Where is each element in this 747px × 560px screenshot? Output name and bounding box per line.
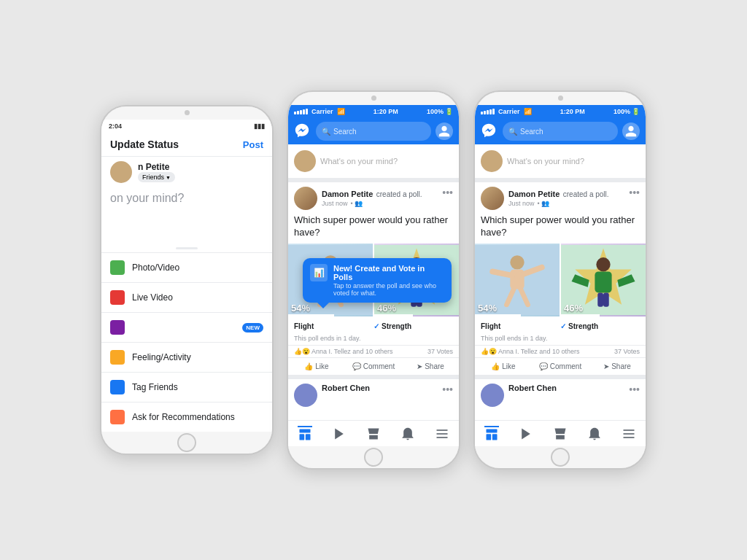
strength-label-3: Strength <box>568 322 598 330</box>
like-button-2[interactable]: 👍 Like <box>288 360 345 373</box>
author-name-2: Damon Petite <box>322 190 373 198</box>
nav-home-2[interactable] <box>298 426 312 442</box>
post-question-3: Which super power would you rather have? <box>475 214 646 244</box>
poll-bar-flight-2 <box>288 314 334 316</box>
nav-home-3[interactable] <box>484 426 499 442</box>
phone-top-bar-2 <box>288 92 459 105</box>
svg-rect-17 <box>306 434 311 440</box>
nav-video-2[interactable] <box>332 427 347 441</box>
friends-option[interactable]: Tag Friends <box>101 372 272 402</box>
poll-option[interactable]: NEW <box>101 312 272 342</box>
divider <box>176 247 198 249</box>
nav-notifications-3[interactable] <box>587 427 602 441</box>
poll-label-strength-2: ✓ Strength <box>374 322 453 330</box>
share-button-3[interactable]: ➤ Share <box>589 360 646 373</box>
nav-video-3[interactable] <box>519 427 533 441</box>
like-button-3[interactable]: 👍 Like <box>475 360 532 373</box>
search-bar-2[interactable]: 🔍 Search <box>316 122 431 141</box>
post-meta-3: Damon Petite created a poll. Just now • … <box>508 187 624 207</box>
check-icon-3: ✓ <box>560 322 566 330</box>
status-text-area[interactable]: on your mind? <box>101 187 272 244</box>
audience-selector[interactable]: Friends ▼ <box>138 172 175 182</box>
chevron-down-icon: ▼ <box>166 175 171 180</box>
live-video-option[interactable]: Live Video <box>101 282 272 312</box>
comment-label-3: Comment <box>550 362 581 370</box>
post-button[interactable]: Post <box>243 139 263 150</box>
next-post-more-2[interactable]: ••• <box>442 384 453 395</box>
poll-image-strength-3[interactable]: 46% <box>561 244 646 316</box>
photo-video-option[interactable]: Photo/Video <box>101 252 272 282</box>
post-more-2[interactable]: ••• <box>442 187 453 198</box>
reactions-text-3: Anna I. Tellez and 10 others <box>498 348 579 355</box>
poll-labels-3: Flight ✓ Strength <box>475 319 646 333</box>
messenger-icon-3[interactable] <box>481 122 498 140</box>
profile-icon-3[interactable] <box>622 122 640 140</box>
post-author-name-2: Damon Petite created a poll. <box>322 187 438 200</box>
wifi-icon-3: 📶 <box>524 108 532 115</box>
tooltip-2[interactable]: 📊 New! Create and Vote in Polls Tap to a… <box>303 258 452 303</box>
status-right-2: 100% 🔋 <box>427 108 453 115</box>
like-emoji-2: 👍😮 <box>294 348 310 355</box>
s2 <box>297 111 299 114</box>
post-more-3[interactable]: ••• <box>629 187 640 198</box>
home-button-2[interactable] <box>364 448 383 467</box>
poll-icon <box>110 320 125 335</box>
what-on-mind-3[interactable]: What's on your mind? <box>507 157 640 166</box>
s4 <box>303 109 305 114</box>
status-left-2: Carrier 📶 <box>294 108 345 115</box>
nav-marketplace-2[interactable] <box>366 427 381 441</box>
comment-button-2[interactable]: 💬 Comment <box>345 360 402 373</box>
next-post-name-3: Robert Chen <box>508 384 557 392</box>
post-header-3: Damon Petite created a poll. Just now • … <box>475 182 646 214</box>
svg-rect-19 <box>436 429 447 431</box>
time-3: 1:20 PM <box>560 108 585 115</box>
update-avatar <box>110 161 132 183</box>
camera-1 <box>185 110 190 115</box>
update-user-row: n Petite Friends ▼ <box>101 157 272 187</box>
nav-notifications-2[interactable] <box>400 427 415 441</box>
nav-marketplace-3[interactable] <box>553 427 568 441</box>
flight-label-3: Flight <box>481 322 500 330</box>
svg-rect-16 <box>300 434 305 440</box>
poll-image-flight-3[interactable]: 54% <box>475 244 560 316</box>
reactions-left-2: 👍😮 Anna I. Tellez and 10 others <box>294 348 392 355</box>
search-bar-3[interactable]: 🔍 Search <box>503 122 618 141</box>
live-video-label: Live Video <box>132 292 173 303</box>
next-post-avatar-3 <box>481 384 504 407</box>
fb-nav-3: 🔍 Search <box>475 118 646 144</box>
comment-label-2: Comment <box>363 362 395 370</box>
screen-3: Carrier 📶 1:20 PM 100% 🔋 🔍 Search <box>475 105 646 446</box>
share-button-2[interactable]: ➤ Share <box>402 360 459 373</box>
phone-bottom-bar-2 <box>288 446 459 468</box>
recommendations-label: Ask for Recommendations <box>132 412 235 422</box>
svg-rect-43 <box>623 437 634 438</box>
nav-menu-2[interactable] <box>435 427 449 441</box>
battery-icon-3: 🔋 <box>632 108 640 115</box>
like-label-3: Like <box>502 362 515 370</box>
profile-icon-2[interactable] <box>436 122 453 140</box>
next-post-more-3[interactable]: ••• <box>629 384 640 395</box>
home-button-1[interactable] <box>177 433 196 452</box>
poll-bar-strength-2 <box>374 314 413 316</box>
camera-2 <box>371 96 376 101</box>
carrier-3: Carrier <box>498 108 520 115</box>
nav-menu-3[interactable] <box>622 427 636 441</box>
status-post-3: What's on your mind? <box>475 144 646 182</box>
messenger-icon-2[interactable] <box>294 122 311 140</box>
recommendations-option[interactable]: Ask for Recommendations <box>101 402 272 432</box>
flight-label-2: Flight <box>294 322 314 330</box>
svg-rect-41 <box>623 429 634 431</box>
phones-container: 2:04 ▮▮▮ Update Status Post n Petite Fri… <box>85 76 662 484</box>
svg-rect-20 <box>436 433 447 435</box>
carrier-2: Carrier <box>311 108 333 115</box>
feeling-activity-option[interactable]: Feeling/Activity <box>101 342 272 372</box>
poll-percent-flight-3: 54% <box>478 303 497 314</box>
signal-icon <box>294 109 308 114</box>
comment-button-3[interactable]: 💬 Comment <box>532 360 589 373</box>
what-on-mind-2[interactable]: What's on your mind? <box>320 157 453 166</box>
strength-label-2: Strength <box>382 322 411 330</box>
update-user-name: n Petite <box>138 162 175 172</box>
home-button-3[interactable] <box>551 448 570 467</box>
post-time-row-2: Just now • 👥 <box>322 200 438 207</box>
audience-globe-icon-3: • 👥 <box>538 200 550 207</box>
